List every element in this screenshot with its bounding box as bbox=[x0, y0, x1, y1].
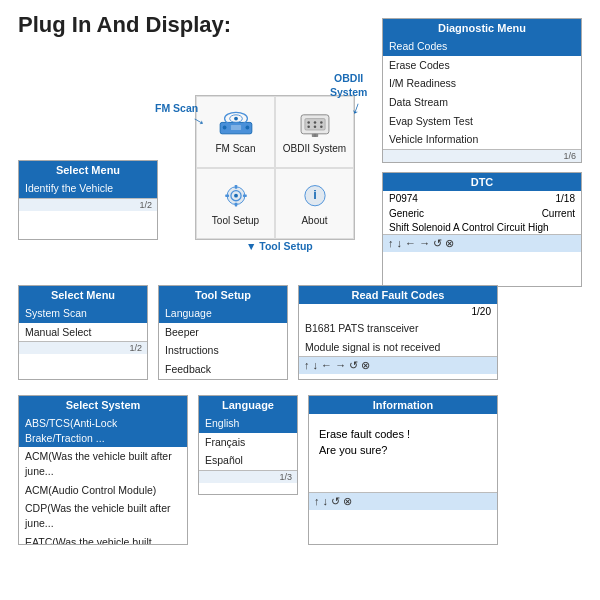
language-panel: Language English Français Español 1/3 bbox=[198, 395, 298, 495]
information-body: Erase fault codes ! Are you sure? bbox=[309, 414, 497, 462]
tool-feedback-item[interactable]: Feedback bbox=[159, 360, 287, 379]
svg-text:i: i bbox=[313, 188, 317, 202]
svg-point-19 bbox=[234, 194, 238, 198]
fm-scan-arrow-label: FM Scan bbox=[155, 102, 198, 114]
diagnostic-menu-panel: Diagnostic Menu Read Codes Erase Codes I… bbox=[382, 18, 582, 163]
read-fault-page: 1/20 bbox=[472, 306, 491, 317]
information-header: Information bbox=[309, 396, 497, 414]
diagnostic-menu-header: Diagnostic Menu bbox=[383, 19, 581, 37]
svg-point-6 bbox=[245, 126, 249, 130]
information-line1: Erase fault codes ! bbox=[319, 428, 487, 440]
svg-rect-21 bbox=[234, 202, 237, 206]
read-fault-header: Read Fault Codes bbox=[299, 286, 497, 304]
diagnostic-im-readiness[interactable]: I/M Readiness bbox=[383, 74, 581, 93]
dtc-status: Current bbox=[542, 208, 575, 219]
obdii-icon bbox=[296, 109, 334, 139]
dtc-type-row: Generic Current bbox=[383, 206, 581, 221]
svg-rect-22 bbox=[225, 194, 229, 197]
tool-language-item[interactable]: Language bbox=[159, 304, 287, 323]
identify-footer: 1/2 bbox=[19, 198, 157, 211]
tool-setup-panel: Tool Setup Language Beeper Instructions … bbox=[158, 285, 288, 380]
abs-tcs-item[interactable]: ABS/TCS(Anti-Lock Brake/Traction ... bbox=[19, 414, 187, 447]
obdii-arrow-label: OBDIISystem bbox=[330, 72, 367, 99]
language-footer: 1/3 bbox=[199, 470, 297, 483]
read-fault-panel: Read Fault Codes 1/20 B1681 PATS transce… bbox=[298, 285, 498, 380]
svg-rect-23 bbox=[242, 194, 246, 197]
svg-point-9 bbox=[307, 121, 310, 124]
select-system-panel: Select System ABS/TCS(Anti-Lock Brake/Tr… bbox=[18, 395, 188, 545]
dtc-code: P0974 bbox=[389, 193, 418, 204]
read-fault-desc: Module signal is not received bbox=[299, 338, 497, 357]
fm-scan-icon bbox=[217, 109, 255, 139]
svg-point-3 bbox=[234, 117, 238, 121]
identify-panel: Select Menu Identify the Vehicle 1/2 bbox=[18, 160, 158, 240]
svg-point-10 bbox=[313, 121, 316, 124]
read-fault-code: B1681 PATS transceiver bbox=[299, 319, 497, 338]
acm-june-item[interactable]: ACM(Was the vehicle built after june... bbox=[19, 447, 187, 480]
svg-rect-8 bbox=[304, 119, 324, 130]
tool-setup-icon bbox=[217, 181, 255, 211]
dtc-type: Generic bbox=[389, 208, 424, 219]
about-icon: i bbox=[296, 181, 334, 211]
cdp-june-item[interactable]: CDP(Was the vehicle built after june... bbox=[19, 499, 187, 532]
tool-setup-arrow-label: ▼ Tool Setup bbox=[246, 240, 313, 252]
language-header: Language bbox=[199, 396, 297, 414]
diagnostic-vehicle-info[interactable]: Vehicle Information bbox=[383, 130, 581, 149]
icon-obdii[interactable]: OBDII System bbox=[275, 96, 354, 168]
read-fault-page-row: 1/20 bbox=[299, 304, 497, 319]
tool-setup-header: Tool Setup bbox=[159, 286, 287, 304]
language-francais[interactable]: Français bbox=[199, 433, 297, 452]
dtc-header: DTC bbox=[383, 173, 581, 191]
dtc-page: 1/18 bbox=[556, 193, 575, 204]
page-title: Plug In And Display: bbox=[18, 12, 231, 38]
system-scan-header: Select Menu bbox=[19, 286, 147, 304]
manual-select-item[interactable]: Manual Select bbox=[19, 323, 147, 342]
about-label: About bbox=[301, 215, 327, 226]
information-line2: Are you sure? bbox=[319, 444, 487, 456]
diagnostic-erase-codes[interactable]: Erase Codes bbox=[383, 56, 581, 75]
language-english[interactable]: English bbox=[199, 414, 297, 433]
icon-fm-scan[interactable]: FM Scan bbox=[196, 96, 275, 168]
icon-about[interactable]: i About bbox=[275, 168, 354, 240]
fm-scan-label: FM Scan bbox=[215, 143, 255, 154]
acm-audio-item[interactable]: ACM(Audio Control Module) bbox=[19, 481, 187, 500]
icon-tool-setup[interactable]: Tool Setup bbox=[196, 168, 275, 240]
eatc-june-item[interactable]: EATC(Was the vehicle built after... bbox=[19, 533, 187, 545]
read-fault-nav[interactable]: ↑ ↓ ← → ↺ ⊗ bbox=[299, 356, 497, 374]
system-scan-item[interactable]: System Scan bbox=[19, 304, 147, 323]
tool-beeper-item[interactable]: Beeper bbox=[159, 323, 287, 342]
diagnostic-read-codes[interactable]: Read Codes bbox=[383, 37, 581, 56]
obdii-label: OBDII System bbox=[283, 143, 346, 154]
svg-point-11 bbox=[320, 121, 323, 124]
svg-point-5 bbox=[222, 126, 226, 130]
information-nav[interactable]: ↑ ↓ ↺ ⊗ bbox=[309, 492, 497, 510]
diagnostic-evap[interactable]: Evap System Test bbox=[383, 112, 581, 131]
identify-vehicle-item[interactable]: Identify the Vehicle bbox=[19, 179, 157, 198]
icons-panel: FM Scan OBDII System Tool Setup bbox=[195, 95, 355, 240]
diagnostic-footer: 1/6 bbox=[383, 149, 581, 162]
tool-setup-footer: 1/4 bbox=[159, 379, 287, 380]
system-scan-footer: 1/2 bbox=[19, 341, 147, 354]
diagnostic-data-stream[interactable]: Data Stream bbox=[383, 93, 581, 112]
svg-point-14 bbox=[320, 126, 323, 129]
dtc-desc: Shift Solenoid A Control Circuit High bbox=[383, 221, 581, 234]
tool-instructions-item[interactable]: Instructions bbox=[159, 341, 287, 360]
dtc-panel: DTC P0974 1/18 Generic Current Shift Sol… bbox=[382, 172, 582, 287]
information-panel: Information Erase fault codes ! Are you … bbox=[308, 395, 498, 545]
identify-header: Select Menu bbox=[19, 161, 157, 179]
svg-point-13 bbox=[313, 126, 316, 129]
svg-rect-20 bbox=[234, 185, 237, 189]
dtc-code-row: P0974 1/18 bbox=[383, 191, 581, 206]
dtc-nav[interactable]: ↑ ↓ ← → ↺ ⊗ bbox=[383, 234, 581, 252]
tool-setup-label: Tool Setup bbox=[212, 215, 259, 226]
system-scan-panel: Select Menu System Scan Manual Select 1/… bbox=[18, 285, 148, 380]
svg-rect-4 bbox=[230, 125, 240, 130]
language-espanol[interactable]: Español bbox=[199, 451, 297, 470]
select-system-header: Select System bbox=[19, 396, 187, 414]
svg-point-12 bbox=[307, 126, 310, 129]
